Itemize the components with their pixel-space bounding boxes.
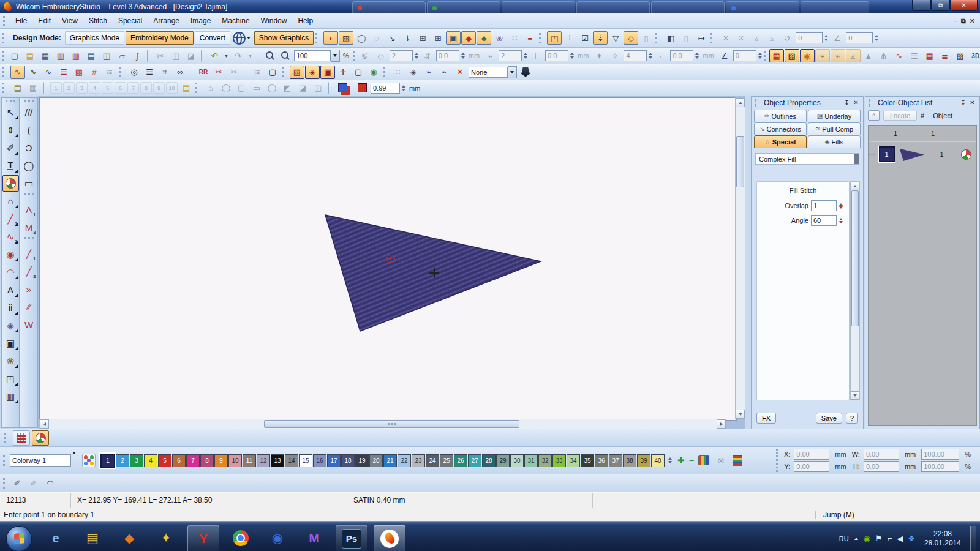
color-swatch[interactable]: 20 [369,454,383,467]
color-swatch[interactable]: 9 [214,454,228,467]
object-row[interactable]: ···· 1 1 [869,142,976,167]
menu-item[interactable]: Arrange [148,15,185,27]
embroidery-view-tab[interactable] [32,430,49,446]
save-design-icon[interactable]: ▦ [38,49,53,62]
wilcom-app[interactable] [374,525,405,551]
cross-stitch-icon[interactable]: ▦ [922,49,937,62]
offset-object-tool[interactable]: ▣ [2,335,19,351]
shape1-icon[interactable]: ⌂ [203,81,218,95]
run-tool[interactable]: ╱1 [2,211,19,227]
object-thumbnail[interactable] [900,148,924,161]
separator[interactable] [201,50,205,62]
chain-icon[interactable]: ∞ [173,66,187,79]
underlay-grid-icon[interactable]: ▧ [290,66,304,79]
spinner[interactable] [695,53,699,59]
photoshop-app[interactable]: Ps [336,525,368,551]
show-hoop-icon[interactable]: ◰ [547,31,562,45]
stamp-button[interactable]: 10 [166,82,178,94]
monogram-tool[interactable]: ◈ [2,317,19,334]
sides-field[interactable]: 4 [624,50,647,61]
texture-icon[interactable]: ▨ [953,49,968,62]
panel-grip[interactable] [755,99,760,107]
color-swatch[interactable]: 31 [524,454,538,467]
toolbar-grip[interactable] [2,33,7,43]
rotate-spinner[interactable] [824,35,828,41]
underlay-dot-icon[interactable]: ▣ [320,66,335,79]
open-run-tool[interactable]: Λ1 [21,201,37,218]
digitize-pen2-icon[interactable]: ✐ [26,476,41,490]
toolbar-grip[interactable] [383,67,388,77]
move-anchor-icon[interactable]: ✛ [336,66,350,79]
vertical-scrollbar[interactable] [735,97,745,419]
toolbar-grip[interactable] [764,51,766,61]
panel-scroll-thumb[interactable] [851,190,859,326]
print-preview-icon[interactable]: ◫ [99,49,114,62]
mirror-merge-icon[interactable]: ▵ [749,31,764,45]
minimize-button[interactable]: – [912,0,931,11]
copy-icon[interactable]: ◫ [168,49,183,62]
closed-object-icon[interactable]: ◯ [354,31,369,45]
complex-fill-tool[interactable] [2,175,19,192]
node-chain2-icon[interactable]: ⌁ [437,66,451,79]
wreath-icon[interactable]: ▵ [764,31,779,45]
bucket-icon[interactable] [698,455,709,465]
template-folder-icon[interactable]: ▤ [179,81,194,95]
color-mixer-icon[interactable] [82,454,96,467]
language-indicator[interactable]: RU [839,535,849,542]
thread-colors-icon[interactable] [733,455,742,466]
color-swatch[interactable]: 37 [609,454,622,467]
show-rulers-icon[interactable]: ⌇ [562,31,577,45]
stamp-button[interactable]: 2 [63,82,75,94]
parallel-lines-tool[interactable]: /// [21,104,37,121]
color-swatch[interactable]: 18 [341,454,355,467]
stamp-button[interactable]: 7 [127,82,139,94]
mdi-restore-button[interactable]: ⧉ [961,17,966,25]
width-field[interactable]: 2 [499,50,522,61]
lattice-icon[interactable]: # [87,66,102,79]
yandex-browser-app[interactable]: Y [187,525,219,551]
toolbar-grip[interactable] [3,478,8,489]
toolbar-grip[interactable] [315,33,320,43]
satin-serial-icon[interactable]: ∿ [10,66,25,79]
remove-color-icon[interactable]: − [689,455,694,465]
stitch-player-icon[interactable]: ʃ [130,49,145,62]
stamp-button[interactable]: 4 [89,82,100,94]
messenger-app[interactable]: M [299,525,330,551]
stamp-button[interactable]: 5 [102,82,113,94]
panel-grip[interactable] [869,99,873,107]
digitize-closed-tool[interactable]: ⌂ [2,193,19,209]
fx-button[interactable]: FX [756,413,776,424]
closed-curve-tool[interactable]: Ɔ [21,140,37,156]
arch-icon[interactable]: ◠ [43,476,58,490]
colorway-combo[interactable]: Colorway 1 [10,454,77,467]
mirror-y-icon[interactable]: ⧖ [734,31,748,45]
underlay-diamond-icon[interactable]: ◈ [305,66,320,79]
write-to-machine-icon[interactable]: ▥ [53,49,68,62]
h-field[interactable]: 0.00 [864,461,899,472]
satin-arch-tool[interactable]: ◠ [2,264,19,280]
show-vectors-icon[interactable]: ◆ [461,31,476,45]
show-bitmap-icon[interactable]: ▣ [446,31,461,45]
internet-explorer-app[interactable]: e [40,525,71,551]
color-swatch[interactable]: 8 [200,454,214,467]
satin-fill-icon[interactable]: ▨ [785,49,799,62]
stitch-edit-icon[interactable]: ∷ [391,66,405,79]
menu-item[interactable]: Stitch [83,15,113,27]
weave-icon[interactable]: ⌗ [157,66,172,79]
effect-dropdown-button[interactable] [508,66,517,78]
sync-tray-icon[interactable]: ❖ [908,534,915,543]
color-swatch[interactable]: 26 [454,454,467,467]
shape6-icon[interactable]: ◩ [280,81,295,95]
needle-penetration-icon[interactable]: ⇂ [400,31,415,45]
toolbar-grip[interactable] [3,455,8,466]
team-names-tool[interactable]: ii [2,299,19,316]
dashed-triple-tool[interactable]: ╱3 [21,263,37,280]
digitize-pen-icon[interactable]: ✐ [10,476,24,490]
separator[interactable] [244,66,247,78]
color-swatch[interactable]: 16 [313,454,326,467]
effect-combo[interactable]: None [469,66,517,78]
trim-inline-icon[interactable]: ✂ [227,66,241,79]
motif-run-tool[interactable]: » [21,281,37,298]
mdi-minimize-button[interactable]: – [954,17,957,25]
scale-y-field[interactable]: 100.00 [921,461,959,472]
